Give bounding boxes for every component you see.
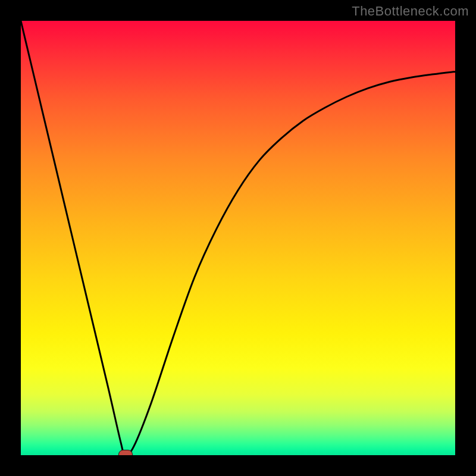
watermark-text: TheBottleneck.com <box>352 4 469 19</box>
curve-layer <box>21 21 455 455</box>
plot-area <box>21 21 455 455</box>
chart-frame: TheBottleneck.com <box>0 0 476 476</box>
bottleneck-curve <box>21 21 455 455</box>
optimal-marker <box>118 450 133 455</box>
